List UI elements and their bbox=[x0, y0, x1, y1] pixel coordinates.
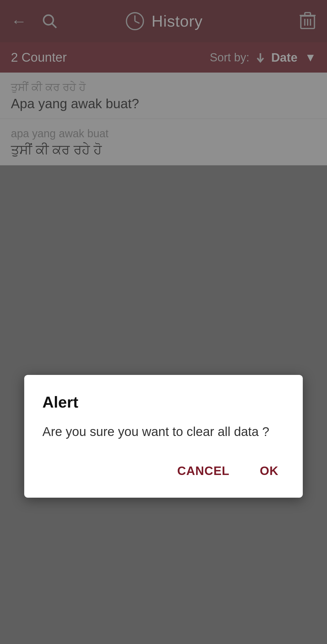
alert-dialog: Alert Are you sure you want to clear all… bbox=[24, 375, 303, 498]
alert-title: Alert bbox=[42, 393, 285, 411]
modal-overlay bbox=[0, 0, 327, 644]
cancel-button[interactable]: CANCEL bbox=[171, 459, 236, 483]
ok-button[interactable]: OK bbox=[254, 459, 285, 483]
alert-buttons: CANCEL OK bbox=[42, 459, 285, 483]
alert-message: Are you sure you want to clear all data … bbox=[42, 422, 285, 441]
